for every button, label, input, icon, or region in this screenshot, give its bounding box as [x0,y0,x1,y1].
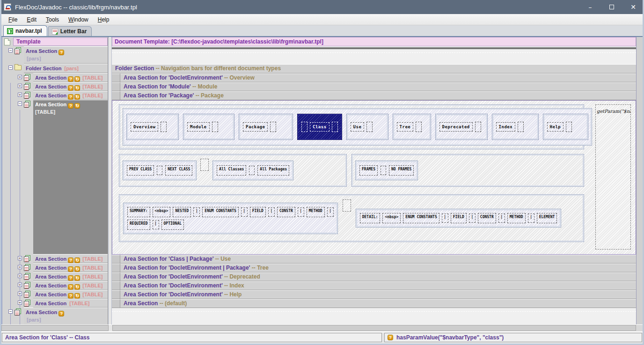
section-icon-front [24,283,29,289]
collapse-icon[interactable]: − [8,309,13,314]
section-icon-front [24,274,29,280]
collapse-icon[interactable]: − [18,102,22,106]
section-row[interactable]: Area Section -- (default) [112,299,636,308]
tree-horizontal-scrollbar[interactable] [1,325,109,331]
maximize-button[interactable] [601,0,622,14]
tree-gutter: − [2,64,24,73]
expand-icon[interactable]: + [18,283,22,287]
tree-item-line: Area Section?↻ [TABLE] [35,92,107,100]
minimize-button[interactable]: – [579,0,601,14]
navbar-cell-use[interactable]: Use [346,114,388,140]
section-icon-front [24,265,29,271]
selected-area-section-design[interactable]: OverviewModulePackageClassUseTreeDepreca… [112,100,636,255]
folder-section-row[interactable]: Folder Section -- Navigation bars for di… [112,64,636,73]
tab-navbar-tpl[interactable]: navbar.tpl [3,25,47,36]
cell-label: Module [187,122,210,132]
help-icon: ? [68,293,73,299]
expand-icon[interactable]: + [18,75,22,79]
tree-item[interactable]: +Area Section?↻ [TABLE] [2,263,108,272]
tree-item[interactable]: +Area Section?↻ [TABLE] [2,281,108,290]
tree-item-suffix: [TABLE] [68,301,89,306]
section-row[interactable]: Area Section for 'DocletEnvironment | Pa… [112,264,636,272]
loose-box [200,159,209,171]
section-row[interactable]: Area Section for 'DocletEnvironment' -- … [112,73,636,82]
panel-splitter[interactable] [108,37,112,324]
tree-item[interactable]: +Area Section?↻ [TABLE] [2,254,108,263]
tree-item-line: Area Section?↻ [TABLE] [35,291,107,299]
cell-label: <nbsp> [153,207,171,217]
tree-item[interactable]: −Folder Section [pars] [2,64,108,73]
java-app-icon [4,3,11,11]
expression-strip[interactable]: getParam("$nav [595,104,631,250]
tree-item[interactable]: +Area Section [TABLE] [2,299,108,308]
navbar-cell-help[interactable]: Help [543,114,588,140]
tab-letter-bar[interactable]: Letter Bar [48,26,92,36]
collapse-icon[interactable]: − [8,48,13,52]
tree-item[interactable]: +Area Section?↻ [TABLE] [2,73,108,82]
prev-next-class-group[interactable]: PREV CLASSNEXT CLASS [123,161,197,180]
section-row[interactable]: Area Section for 'DocletEnvironment' -- … [112,272,636,281]
tree-item[interactable]: +Area Section?↻ [TABLE] [2,290,108,299]
navbar-cell-package[interactable]: Package [239,114,293,140]
tree-item[interactable]: +Area Section?↻ [TABLE] [2,272,108,281]
menu-help[interactable]: Help [94,15,114,24]
navbar-cell-index[interactable]: Index [492,114,539,140]
menu-tools[interactable]: Tools [42,15,63,24]
expand-icon[interactable]: + [18,84,22,88]
section-icon-front [24,257,29,262]
vertical-scrollbar[interactable] [636,37,643,324]
tree-item[interactable]: −Area Section?[pars] [2,46,108,64]
navbar-cell-module[interactable]: Module [183,114,234,140]
section-row[interactable]: Area Section for 'Class | Package' -- Us… [112,255,636,264]
menu-file[interactable]: File [4,15,22,24]
main-horizontal-scrollbar[interactable] [112,325,636,331]
tree-item[interactable]: +Area Section?↻ [TABLE] [2,82,108,91]
tree-item[interactable]: −Area Section?[pars] [2,308,108,324]
collapse-icon[interactable]: − [8,66,13,70]
section-row[interactable]: Area Section for 'DocletEnvironment' -- … [112,290,636,299]
tree-item-sub: [pars] [26,55,107,62]
menu-window[interactable]: Window [64,15,93,24]
navbar-cell-tree[interactable]: Tree [393,114,431,140]
section-row[interactable]: Area Section for 'DocletEnvironment' -- … [112,281,636,290]
section-icon-front [24,301,29,307]
row-cell: Area Section for 'DocletEnvironment' -- … [120,272,636,281]
expand-icon[interactable]: + [18,301,22,305]
status-left-text: Area Section for 'Class' -- Class [5,334,89,341]
window-title: FlexDoc/Javadoc -- classic/lib/frgm/navb… [15,4,579,11]
tree-root-template[interactable]: Template [2,37,108,46]
help-icon: ? [59,311,64,316]
row-indent-cell [112,290,120,299]
summary-group[interactable]: SUMMARY:<nbsp>NESTED|ENUM CONSTANTS|FIEL… [123,203,338,234]
close-button[interactable]: ✕ [622,0,644,14]
help-icon: ? [68,103,73,109]
expand-icon[interactable]: + [18,265,22,269]
detail-group[interactable]: DETAIL:<nbsp>ENUM CONSTANTS|FIELD|CONSTR… [356,209,562,228]
tree-item-suffix: [TABLE] [81,283,102,288]
expand-icon[interactable]: + [18,292,22,296]
navbar-cell-class[interactable]: Class [297,114,342,140]
all-classes-packages-group[interactable]: All ClassesAll Packages [212,161,293,180]
tree-item[interactable]: −Area Section?↻[TABLE] [2,100,108,254]
navbar-cell-overview[interactable]: Overview [126,114,179,140]
cell-label: DETAIL: [360,213,381,223]
menu-edit[interactable]: Edit [22,15,41,24]
template-page-icon [4,38,10,45]
section-row[interactable]: Area Section for 'Package' -- Package [112,91,636,100]
expand-icon[interactable]: + [18,93,22,97]
tree-item-label: Area Section [35,256,66,262]
pipe-box: | [498,213,505,223]
section-row[interactable]: Area Section for 'Module' -- Module [112,82,636,91]
cell-label: Class [310,122,329,132]
tree-item-label: Folder Section [26,66,61,71]
prev-next-group-box: PREV CLASSNEXT CLASSAll ClassesAll Packa… [119,154,347,187]
row-desc: -- (default) [158,300,187,307]
section-icon-front [15,310,20,316]
navbar-cell-deprecated[interactable]: Deprecated [435,114,488,140]
tree-item[interactable]: +Area Section?↻ [TABLE] [2,91,108,100]
frames-group[interactable]: FRAMESNO FRAMES [355,161,418,180]
expand-icon[interactable]: + [18,256,22,260]
expand-icon[interactable]: + [18,274,22,278]
cell-label: NEXT CLASS [165,165,192,176]
tree-item-label: Area Section [35,283,66,288]
